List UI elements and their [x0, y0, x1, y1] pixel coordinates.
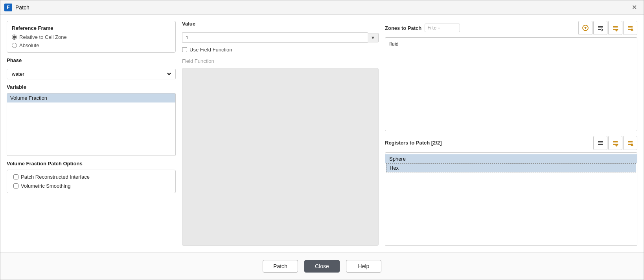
variable-label: Variable [7, 84, 176, 90]
patch-reconstructed-input[interactable] [13, 174, 18, 179]
zones-title: Zones to Patch [385, 25, 421, 31]
value-section: Value ▼ [182, 21, 379, 43]
zones-header: Zones to Patch [385, 21, 637, 35]
radio-relative-input[interactable] [12, 35, 17, 40]
options-checkbox-group: Patch Reconstructed Interface Volumetric… [12, 174, 171, 189]
help-button[interactable]: Help [346, 260, 381, 273]
field-function-label: Field Function [182, 58, 379, 64]
phase-label: Phase [7, 57, 176, 63]
use-field-function-input[interactable] [182, 47, 187, 52]
title-bar: F Patch ✕ [0, 0, 644, 15]
footer: Patch Close Help [0, 252, 644, 280]
register-item-sphere[interactable]: Sphere [385, 154, 637, 163]
main-content: Reference Frame Relative to Cell Zone Ab… [0, 15, 644, 252]
register-item-hex[interactable]: Hex [386, 163, 636, 172]
registers-list-icon-btn[interactable] [593, 136, 607, 150]
phase-section: Phase water [7, 57, 176, 79]
right-panel: Zones to Patch [385, 21, 637, 246]
volumetric-smoothing-checkbox[interactable]: Volumetric Smoothing [13, 183, 169, 189]
reference-frame-section: Reference Frame Relative to Cell Zone Ab… [7, 21, 176, 53]
options-section: Volume Fraction Patch Options Patch Reco… [7, 161, 176, 193]
zones-deselect-icon-btn[interactable] [623, 21, 637, 35]
radio-relative-label: Relative to Cell Zone [19, 34, 67, 40]
use-field-function-checkbox[interactable]: Use Field Function [182, 47, 379, 53]
middle-panel: Value ▼ Use Field Function Field Functio… [182, 21, 379, 246]
volumetric-smoothing-label: Volumetric Smoothing [21, 183, 70, 189]
field-function-area [182, 68, 379, 246]
value-dropdown-button[interactable]: ▼ [368, 33, 379, 42]
use-field-function-label: Use Field Function [190, 47, 232, 53]
variable-item-volume-fraction[interactable]: Volume Fraction [7, 93, 175, 102]
patch-button[interactable]: Patch [263, 260, 298, 273]
registers-to-patch-section: Registers to Patch [2/2] [385, 136, 637, 246]
radio-absolute[interactable]: Absolute [12, 42, 171, 48]
radio-relative[interactable]: Relative to Cell Zone [12, 34, 171, 40]
registers-header: Registers to Patch [2/2] [385, 136, 637, 150]
value-label: Value [182, 21, 379, 27]
registers-title: Registers to Patch [2/2] [385, 140, 442, 146]
reference-frame-radio-group: Relative to Cell Zone Absolute [12, 34, 171, 48]
main-window: F Patch ✕ Reference Frame Relative to Ce… [0, 0, 644, 280]
close-window-button[interactable]: ✕ [629, 2, 640, 13]
zones-icon-btn-group [578, 21, 637, 35]
zones-to-patch-section: Zones to Patch [385, 21, 637, 131]
variable-list[interactable]: Volume Fraction [7, 93, 176, 156]
value-input-row: ▼ [182, 32, 379, 43]
radio-absolute-input[interactable] [12, 43, 17, 48]
zones-list[interactable]: fluid [385, 37, 637, 131]
zones-list-icon-btn[interactable] [578, 21, 592, 35]
value-input[interactable] [182, 32, 368, 43]
app-icon: F [4, 4, 12, 11]
zone-item-fluid[interactable]: fluid [385, 39, 637, 48]
zones-filter-input[interactable] [425, 24, 460, 32]
options-box: Patch Reconstructed Interface Volumetric… [7, 170, 176, 193]
zones-expand-icon-btn[interactable] [593, 21, 607, 35]
close-button[interactable]: Close [304, 260, 340, 273]
left-panel: Reference Frame Relative to Cell Zone Ab… [7, 21, 176, 246]
phase-select[interactable]: water [10, 71, 172, 77]
title-bar-left: F Patch [4, 4, 29, 11]
patch-reconstructed-checkbox[interactable]: Patch Reconstructed Interface [13, 174, 169, 180]
volumetric-smoothing-input[interactable] [13, 183, 18, 188]
registers-list[interactable]: Sphere Hex [385, 152, 637, 246]
variable-section: Variable Volume Fraction [7, 84, 176, 156]
window-title: Patch [15, 4, 29, 11]
patch-reconstructed-label: Patch Reconstructed Interface [21, 174, 90, 180]
reference-frame-label: Reference Frame [12, 25, 171, 31]
registers-check-icon-btn[interactable] [608, 136, 622, 150]
zones-check-icon-btn[interactable] [608, 21, 622, 35]
registers-icon-btn-group [593, 136, 637, 150]
registers-deselect-icon-btn[interactable] [623, 136, 637, 150]
radio-absolute-label: Absolute [19, 42, 39, 48]
options-title: Volume Fraction Patch Options [7, 161, 176, 167]
